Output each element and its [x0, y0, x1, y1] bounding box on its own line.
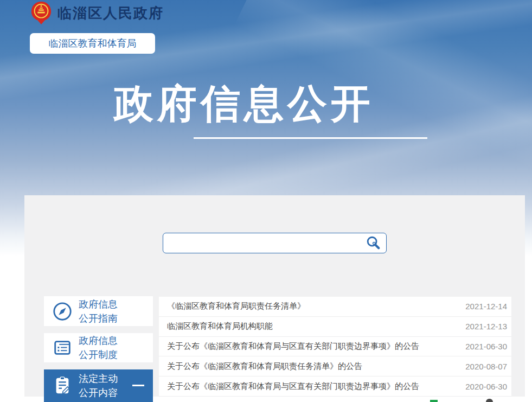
list-item-title: 关于公布《临淄区教育和体育局职责任务清单》的公告: [167, 361, 459, 372]
page: 临淄区人民政府 临淄区教育和体育局 政府信息公开: [0, 0, 532, 402]
list-item-title: 临淄区教育和体育局机构职能: [167, 321, 459, 331]
list-item[interactable]: 《临淄区教育和体育局职责任务清单》 2021-12-14: [159, 297, 511, 317]
partial-dark-icon: [486, 399, 493, 402]
site-name: 临淄区人民政府: [57, 4, 164, 23]
clipboard-pencil-icon: [52, 375, 73, 397]
sidebar-item-system[interactable]: 政府信息 公开制度: [44, 333, 153, 362]
list-item-date: 2020-06-30: [465, 382, 507, 391]
list-item-date: 2021-06-30: [465, 342, 507, 351]
article-list: 《临淄区教育和体育局职责任务清单》 2021-12-14 临淄区教育和体育局机构…: [159, 297, 511, 397]
list-item-title: 《临淄区教育和体育局职责任务清单》: [167, 301, 459, 311]
site-brand[interactable]: 临淄区人民政府: [30, 1, 164, 25]
page-title: 政府信息公开: [114, 80, 374, 127]
search-icon: [366, 235, 381, 251]
compass-icon: [52, 301, 73, 322]
search-input[interactable]: [163, 233, 360, 253]
minus-icon[interactable]: [132, 385, 144, 386]
list-item[interactable]: 关于公布《临淄区教育和体育局与区直有关部门职责边界事项》的公告 2021-06-…: [159, 337, 511, 357]
national-emblem-icon: [30, 1, 53, 25]
sidebar-item-statutory-disclosure[interactable]: 法定主动 公开内容: [44, 369, 153, 402]
list-item[interactable]: 关于公布《临淄区教育和体育局与区直有关部门职责边界事项》的公告 2020-06-…: [159, 377, 511, 397]
bureau-tab[interactable]: 临淄区教育和体育局: [30, 33, 155, 54]
title-underline: [194, 137, 427, 139]
document-icon: [52, 337, 73, 359]
list-item[interactable]: 临淄区教育和体育局机构职能 2021-12-13: [159, 317, 511, 337]
partial-green-icon: [430, 400, 438, 402]
list-item-title: 关于公布《临淄区教育和体育局与区直有关部门职责边界事项》的公告: [167, 381, 459, 392]
list-item-title: 关于公布《临淄区教育和体育局与区直有关部门职责边界事项》的公告: [167, 341, 459, 352]
list-item-date: 2020-08-07: [465, 362, 507, 371]
list-item-date: 2021-12-14: [465, 302, 507, 311]
list-item-date: 2021-12-13: [465, 322, 507, 331]
sidebar-item-guide[interactable]: 政府信息 公开指南: [44, 296, 153, 326]
sidebar-item-label: 政府信息 公开制度: [79, 334, 118, 362]
search-bar: [163, 233, 387, 253]
sidebar-item-label: 政府信息 公开指南: [79, 297, 118, 326]
search-button[interactable]: [360, 233, 386, 253]
list-item[interactable]: 关于公布《临淄区教育和体育局职责任务清单》的公告 2020-08-07: [159, 356, 511, 377]
sidebar-item-label: 法定主动 公开内容: [79, 372, 118, 400]
content-panel: 政府信息 公开指南 政府信息 公开制度: [24, 195, 525, 397]
bureau-tab-label: 临淄区教育和体育局: [49, 37, 137, 50]
